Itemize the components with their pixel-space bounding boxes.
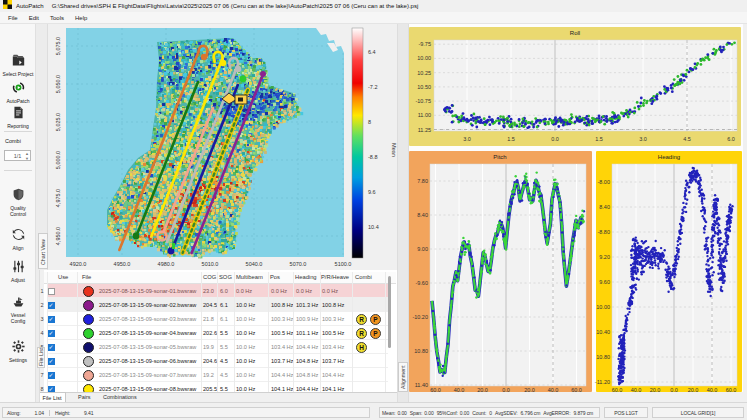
svg-text:4920.0: 4920.0 (70, 261, 87, 267)
svg-text:-8.8: -8.8 (368, 154, 377, 160)
svg-text:5,025.0: 5,025.0 (55, 113, 61, 131)
svg-text:8: 8 (368, 119, 371, 125)
svg-text:4.5: 4.5 (683, 136, 691, 142)
svg-text:10.80: 10.80 (414, 348, 428, 354)
svg-text:-11.20: -11.20 (595, 379, 610, 385)
svg-text:-10.20: -10.20 (412, 314, 428, 320)
svg-text:6.4: 6.4 (368, 49, 376, 55)
svg-text:11.00: 11.00 (418, 112, 431, 118)
svg-text:40.0: 40.0 (454, 387, 465, 393)
svg-text:40.0: 40.0 (631, 387, 642, 393)
svg-text:3.0: 3.0 (463, 136, 471, 142)
svg-text:5070.0: 5070.0 (290, 261, 307, 267)
svg-text:1.5: 1.5 (595, 136, 603, 142)
svg-text:60.0: 60.0 (571, 387, 582, 393)
svg-text:4950.0: 4950.0 (114, 261, 131, 267)
svg-text:Pitch: Pitch (493, 154, 506, 160)
svg-text:4,975.0: 4,975.0 (55, 189, 61, 207)
svg-text:5,050.0: 5,050.0 (55, 75, 61, 93)
svg-text:10.80: 10.80 (596, 354, 610, 360)
svg-text:11.40: 11.40 (415, 382, 428, 388)
svg-text:20.0: 20.0 (524, 387, 535, 393)
svg-text:7.80: 7.80 (417, 178, 428, 184)
svg-text:1.5: 1.5 (507, 136, 515, 142)
svg-text:60.0: 60.0 (430, 387, 441, 393)
svg-text:5040.0: 5040.0 (246, 261, 263, 267)
svg-text:10.40: 10.40 (596, 329, 610, 335)
svg-text:4,950.0: 4,950.0 (55, 227, 61, 245)
svg-text:0.0: 0.0 (502, 387, 510, 393)
svg-text:4980.0: 4980.0 (158, 261, 175, 267)
svg-text:5,000.0: 5,000.0 (55, 151, 61, 169)
svg-text:5010.0: 5010.0 (202, 261, 219, 267)
svg-text:-9.75: -9.75 (418, 41, 431, 47)
svg-text:10.50: 10.50 (417, 84, 431, 90)
svg-text:-9.60: -9.60 (415, 280, 428, 286)
svg-text:40.0: 40.0 (548, 387, 559, 393)
svg-text:9.6: 9.6 (368, 189, 376, 195)
svg-text:9.20: 9.20 (599, 254, 610, 260)
svg-text:0.0: 0.0 (670, 387, 678, 393)
svg-text:Roll: Roll (570, 30, 580, 36)
svg-text:11.25: 11.25 (418, 127, 431, 133)
svg-text:40.0: 40.0 (707, 387, 718, 393)
svg-text:10.25: 10.25 (417, 70, 431, 76)
svg-text:10.00: 10.00 (417, 55, 431, 61)
svg-text:6.0: 6.0 (727, 136, 735, 142)
svg-text:-7.2: -7.2 (368, 84, 377, 90)
svg-text:-8.80: -8.80 (597, 229, 610, 235)
svg-text:60.0: 60.0 (612, 387, 623, 393)
svg-text:0.0: 0.0 (551, 136, 559, 142)
svg-text:8.40: 8.40 (417, 212, 428, 218)
svg-text:9.60: 9.60 (599, 279, 610, 285)
svg-text:8.40: 8.40 (599, 204, 610, 210)
svg-text:Heading: Heading (658, 154, 680, 160)
svg-text:20.0: 20.0 (477, 387, 488, 393)
svg-text:9.00: 9.00 (417, 246, 428, 252)
svg-text:60.0: 60.0 (726, 387, 737, 393)
svg-text:-10.75: -10.75 (415, 98, 431, 104)
svg-text:3.0: 3.0 (639, 136, 647, 142)
svg-text:10.00: 10.00 (596, 304, 610, 310)
svg-text:5,075.0: 5,075.0 (55, 37, 61, 55)
svg-text:10.4: 10.4 (368, 224, 379, 230)
svg-text:20.0: 20.0 (650, 387, 661, 393)
svg-text:-8.00: -8.00 (597, 179, 610, 185)
svg-text:20.0: 20.0 (688, 387, 699, 393)
svg-text:5100.0: 5100.0 (335, 261, 352, 267)
